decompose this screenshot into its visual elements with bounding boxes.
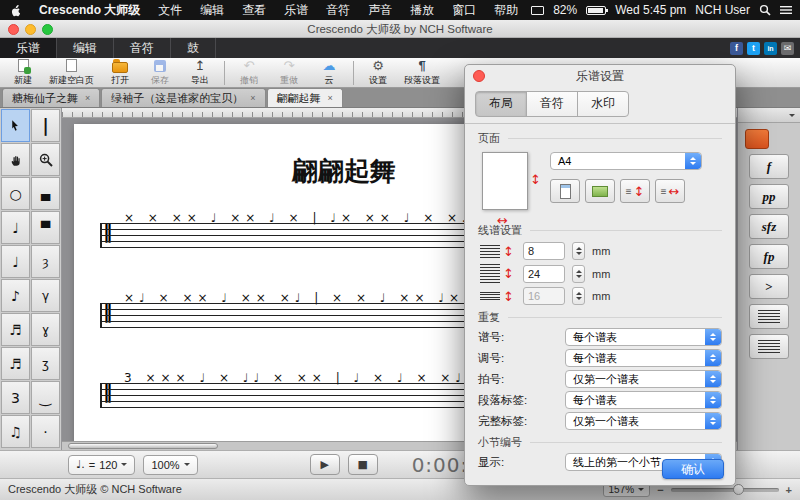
tool-half-rest[interactable]: ▀ <box>31 211 60 244</box>
tab-layout[interactable]: 布局 <box>475 91 527 117</box>
menu-sound[interactable]: 声音 <box>359 0 401 20</box>
dialog-close-button[interactable] <box>473 70 485 82</box>
tool-dot[interactable]: · <box>31 415 60 448</box>
menu-notes[interactable]: 音符 <box>317 0 359 20</box>
system-spacing-input[interactable] <box>523 265 565 283</box>
paper-size-select[interactable]: A4 <box>550 152 702 170</box>
menu-app-name[interactable]: Crescendo 大师级 <box>30 0 149 20</box>
dynamic-fp-button[interactable]: fp <box>749 244 789 269</box>
clef-repeat-select[interactable]: 每个谱表 <box>565 328 722 346</box>
zoom-window-button[interactable] <box>42 24 53 35</box>
menu-clock[interactable]: Wed 5:45 pm <box>615 3 686 17</box>
linkedin-icon[interactable]: in <box>764 42 777 55</box>
tool-quarter-rest[interactable]: ȝ <box>31 245 60 278</box>
tool-thirtysecond-rest[interactable]: ʒ <box>31 347 60 380</box>
tool-half-note[interactable]: ♩ <box>1 211 30 244</box>
tool-sixteenth-note[interactable]: ♬ <box>1 313 30 346</box>
section-label-repeat-select[interactable]: 每个谱表 <box>565 391 722 409</box>
landscape-orientation-button[interactable] <box>585 179 615 203</box>
full-label-repeat-select[interactable]: 仅第一个谱表 <box>565 412 722 430</box>
tool-sixteenth-rest[interactable]: ɣ <box>31 313 60 346</box>
ribbon-tab-score[interactable]: 乐谱 <box>0 38 57 58</box>
stop-button[interactable]: ■ <box>348 454 378 475</box>
menu-user[interactable]: NCH User <box>695 3 750 17</box>
cloud-button[interactable]: ☁ 云 <box>310 59 348 87</box>
close-tab-icon[interactable]: × <box>85 93 90 103</box>
doc-tab-greensleeves[interactable]: 绿袖子（这是谁家的宝贝） × <box>101 88 265 107</box>
close-window-button[interactable] <box>8 24 19 35</box>
tab-watermark[interactable]: 水印 <box>577 91 629 117</box>
notification-center-icon[interactable] <box>780 5 792 15</box>
undo-button[interactable]: ↶ 撤销 <box>230 59 268 87</box>
time-signature-repeat-select[interactable]: 仅第一个谱表 <box>565 370 722 388</box>
portrait-orientation-button[interactable] <box>550 179 580 203</box>
stepper-control[interactable] <box>572 242 585 260</box>
tab-notes[interactable]: 音符 <box>526 91 578 117</box>
display-icon[interactable] <box>531 6 544 15</box>
close-tab-icon[interactable]: × <box>250 93 255 103</box>
open-button[interactable]: 打开 <box>101 59 139 87</box>
tool-triplet[interactable]: 3 <box>1 381 30 414</box>
tool-eighth-rest[interactable]: γ <box>31 279 60 312</box>
tool-eighth-note[interactable]: ♪ <box>1 279 30 312</box>
menu-play[interactable]: 播放 <box>401 0 443 20</box>
doc-tab-sugar-plum[interactable]: 糖梅仙子之舞 × <box>2 88 100 107</box>
settings-button[interactable]: ⚙ 设置 <box>359 59 397 87</box>
staff-preset-button[interactable] <box>749 304 789 329</box>
tool-barline[interactable]: | <box>31 109 60 142</box>
tool-whole-rest[interactable]: ▄ <box>31 177 60 210</box>
tool-tie[interactable]: ‿ <box>31 381 60 414</box>
tool-select-cursor[interactable] <box>1 109 30 142</box>
twitter-icon[interactable]: t <box>747 42 760 55</box>
ribbon-tab-drums[interactable]: 鼓 <box>171 38 216 58</box>
tool-hand-pan[interactable] <box>1 143 30 176</box>
doc-tab-dancing[interactable]: 翩翩起舞 × <box>267 88 343 107</box>
new-button[interactable]: 新建 <box>4 59 42 87</box>
stepper-control[interactable] <box>572 287 585 305</box>
dynamic-f-button[interactable]: f <box>749 154 789 179</box>
facebook-icon[interactable]: f <box>730 42 743 55</box>
menu-view[interactable]: 查看 <box>233 0 275 20</box>
minimize-window-button[interactable] <box>25 24 36 35</box>
color-swatch-button[interactable] <box>745 129 769 149</box>
zoom-slider[interactable] <box>671 488 779 492</box>
play-button[interactable]: ▶ <box>310 454 340 475</box>
confirm-button[interactable]: 确认 <box>662 459 724 479</box>
staff-gap-input[interactable] <box>523 287 565 305</box>
redo-button[interactable]: ↷ 重做 <box>270 59 308 87</box>
menu-file[interactable]: 文件 <box>149 0 191 20</box>
dynamic-pp-button[interactable]: pp <box>749 184 789 209</box>
zoom-in-icon[interactable]: + <box>786 484 792 496</box>
horizontal-margins-button[interactable]: ≡↔ <box>655 179 685 203</box>
playback-speed-select[interactable]: 100% <box>143 455 197 475</box>
close-tab-icon[interactable]: × <box>328 93 333 103</box>
tool-whole-note[interactable]: ○ <box>1 177 30 210</box>
menu-edit[interactable]: 编辑 <box>191 0 233 20</box>
menu-score[interactable]: 乐谱 <box>275 0 317 20</box>
stepper-control[interactable] <box>572 265 585 283</box>
apple-menu-icon[interactable] <box>6 3 30 17</box>
key-signature-repeat-select[interactable]: 每个谱表 <box>565 349 722 367</box>
ribbon-tab-edit[interactable]: 编辑 <box>57 38 114 58</box>
ribbon-tab-notes[interactable]: 音符 <box>114 38 171 58</box>
tool-quarter-note[interactable]: ♩ <box>1 245 30 278</box>
paragraph-settings-button[interactable]: ¶ 段落设置 <box>399 59 445 87</box>
tool-zoom[interactable] <box>31 143 60 176</box>
tool-beamed-notes[interactable]: ♫ <box>1 415 30 448</box>
battery-icon[interactable] <box>586 6 606 15</box>
vertical-margins-button[interactable]: ≡↕ <box>620 179 650 203</box>
new-blank-page-button[interactable]: 新建空白页 <box>44 59 99 87</box>
email-icon[interactable]: ✉ <box>781 42 794 55</box>
scrollbar-thumb[interactable] <box>68 443 218 449</box>
menu-window[interactable]: 窗口 <box>443 0 485 20</box>
dynamics-panel-selector[interactable] <box>738 108 800 123</box>
accent-button[interactable]: > <box>749 274 789 299</box>
save-button[interactable]: 保存 <box>141 59 179 87</box>
menu-help[interactable]: 帮助 <box>485 0 527 20</box>
tool-thirtysecond-note[interactable]: ♬ <box>1 347 30 380</box>
staff-height-input[interactable] <box>523 242 565 260</box>
tempo-control[interactable]: ♩. = 120 <box>68 455 135 475</box>
dynamic-sfz-button[interactable]: sfz <box>749 214 789 239</box>
spotlight-search-icon[interactable] <box>759 4 771 16</box>
staff-preset-button[interactable] <box>749 334 789 359</box>
